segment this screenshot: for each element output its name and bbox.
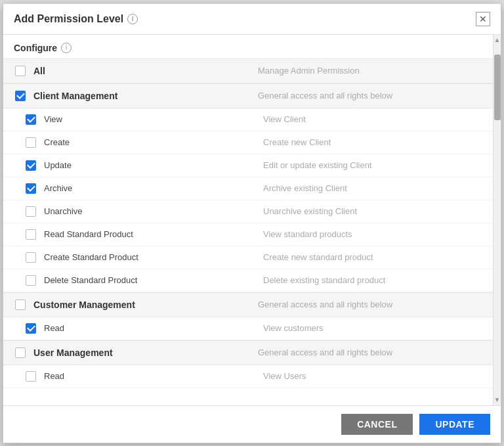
scrollbar[interactable]: ▲ ▼: [493, 35, 501, 405]
create-checkbox[interactable]: [24, 136, 37, 149]
group-client-management: Client Management General access and all…: [3, 83, 493, 108]
read-customers-label: Read: [44, 323, 263, 333]
title-info-icon[interactable]: i: [127, 14, 138, 24]
cancel-button[interactable]: CANCEL: [341, 414, 413, 435]
read-customers-checkbox[interactable]: [24, 322, 37, 335]
permission-read-customers: Read View customers: [3, 317, 493, 340]
permission-read-users: Read View Users: [3, 365, 493, 388]
unarchive-label: Unarchive: [44, 206, 263, 216]
client-management-label: Client Management: [33, 91, 258, 101]
archive-desc: Archive existing Client: [263, 183, 482, 193]
unarchive-checkbox[interactable]: [24, 205, 37, 218]
permission-view: View View Client: [3, 108, 493, 131]
permission-unarchive: Unarchive Unarchive existing Client: [3, 200, 493, 223]
permission-create-standard: Create Standard Product Create new stand…: [3, 246, 493, 269]
read-standard-checkbox[interactable]: [24, 228, 37, 241]
dialog-header: Add Permission Level i ✕: [3, 4, 501, 35]
group-user-management: User Management General access and all r…: [3, 340, 493, 365]
read-standard-desc: View standard products: [263, 229, 482, 239]
permission-update: Update Edit or update existing Client: [3, 154, 493, 177]
archive-label: Archive: [44, 183, 263, 193]
view-label: View: [44, 114, 263, 124]
all-label: All: [33, 66, 258, 76]
read-users-desc: View Users: [263, 371, 482, 381]
read-users-label: Read: [44, 371, 263, 381]
permission-archive: Archive Archive existing Client: [3, 177, 493, 200]
delete-standard-checkbox[interactable]: [24, 274, 37, 287]
permission-delete-standard: Delete Standard Product Delete existing …: [3, 269, 493, 292]
permission-read-standard: Read Standard Product View standard prod…: [3, 223, 493, 246]
dialog-title-text: Add Permission Level: [14, 13, 123, 25]
update-desc: Edit or update existing Client: [263, 160, 482, 170]
scrollbar-thumb[interactable]: [494, 55, 501, 120]
all-checkbox[interactable]: [14, 64, 27, 78]
view-desc: View Client: [263, 114, 482, 124]
close-button[interactable]: ✕: [476, 12, 490, 26]
customer-management-desc: General access and all rights below: [258, 300, 482, 309]
create-label: Create: [44, 137, 263, 147]
group-all: All Manage Admin Permission: [3, 58, 493, 83]
permission-create: Create Create new Client: [3, 131, 493, 154]
read-customers-desc: View customers: [263, 323, 482, 333]
create-standard-desc: Create new standard product: [263, 252, 482, 262]
view-checkbox[interactable]: [24, 113, 37, 126]
customer-management-label: Customer Management: [33, 300, 258, 310]
dialog-body: Configure i All Manage Admin Permission …: [3, 35, 501, 405]
all-desc: Manage Admin Permission: [258, 66, 482, 76]
read-standard-label: Read Standard Product: [44, 229, 263, 239]
archive-checkbox[interactable]: [24, 182, 37, 195]
create-standard-label: Create Standard Product: [44, 252, 263, 262]
user-management-desc: General access and all rights below: [258, 347, 482, 357]
create-desc: Create new Client: [263, 137, 482, 147]
client-management-checkbox[interactable]: [14, 89, 27, 102]
update-button[interactable]: UPDATE: [419, 414, 490, 435]
user-management-checkbox[interactable]: [14, 346, 27, 359]
user-management-label: User Management: [33, 347, 258, 358]
dialog-title: Add Permission Level i: [14, 13, 138, 25]
configure-info-icon[interactable]: i: [61, 43, 72, 53]
create-standard-checkbox[interactable]: [24, 251, 37, 264]
content-area: Configure i All Manage Admin Permission …: [3, 35, 493, 405]
update-checkbox[interactable]: [24, 159, 37, 172]
unarchive-desc: Unarchive existing Client: [263, 206, 482, 216]
read-users-checkbox[interactable]: [24, 370, 37, 383]
update-label: Update: [44, 160, 263, 170]
group-customer-management: Customer Management General access and a…: [3, 292, 493, 317]
delete-standard-label: Delete Standard Product: [44, 275, 263, 285]
dialog-footer: CANCEL UPDATE: [3, 405, 501, 443]
configure-label: Configure: [14, 43, 57, 53]
client-management-desc: General access and all rights below: [258, 91, 482, 100]
scroll-down-arrow[interactable]: ▼: [494, 395, 501, 405]
configure-section: Configure i: [3, 43, 493, 58]
customer-management-checkbox[interactable]: [14, 298, 27, 311]
scroll-up-arrow[interactable]: ▲: [494, 35, 501, 45]
delete-standard-desc: Delete existing standard product: [263, 275, 482, 285]
add-permission-dialog: Add Permission Level i ✕ Configure i All…: [3, 3, 501, 443]
